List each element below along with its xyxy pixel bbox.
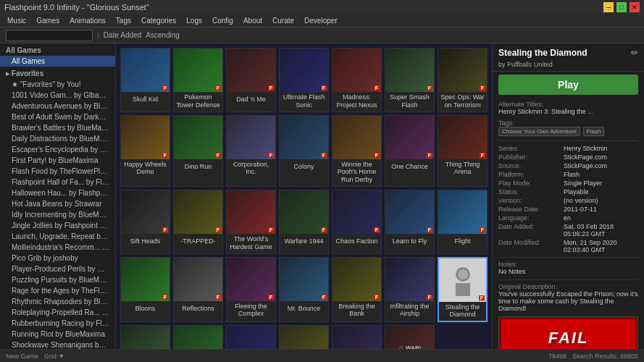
minimize-button[interactable]: ─ (603, 2, 614, 12)
sidebar-item-21[interactable]: Roleplaying-Propelled Ra... by BlueMa... (0, 307, 115, 318)
game-card-10[interactable]: FColony (279, 115, 329, 187)
flash-badge-4: F (374, 85, 380, 90)
sidebar-item-9[interactable]: Flashpoint Hall of Fa... by Flashpoint S… (0, 177, 115, 188)
sidebar-item-3[interactable]: Best of Adult Swim by DarkMoe (0, 111, 115, 122)
game-card-19[interactable]: FLearn to Fly (385, 190, 435, 254)
sidebar-item-0[interactable]: ★ "Favorites" by You! (0, 79, 115, 90)
sidebar-item-2[interactable]: Adventurous Avenues by BlueMaxima (0, 101, 115, 111)
game-thumb-text-9 (250, 136, 253, 139)
game-card-11[interactable]: FWinnie the Pooh's Home Run Derby (332, 115, 382, 187)
maximize-button[interactable]: □ (616, 2, 627, 12)
game-card-30[interactable]: FHeli Attack 3 (226, 325, 276, 349)
game-card-33[interactable]: ☺ WAR!FSmiley War! (385, 325, 435, 349)
tag-flash[interactable]: Flash (583, 127, 605, 136)
sidebar-item-22[interactable]: Rubberburning Racing by Flashpoint Staff (0, 318, 115, 329)
sidebar-item-24[interactable]: Shockwave Shenanigans by BlueMaxima (0, 340, 115, 349)
alternate-titles-label: Alternate Titles: (498, 101, 638, 108)
game-card-31[interactable]: FWord $ (279, 325, 329, 349)
sidebar-item-13[interactable]: Jingle Jollies by Flashpoint Community (0, 220, 115, 231)
flash-badge-19: F (427, 227, 432, 232)
game-card-27[interactable]: FStealing the Diamond (438, 257, 488, 323)
title-bar: Flashpoint 9.0 Infinity - "Glorious Suns… (0, 0, 644, 14)
game-card-16[interactable]: FThe World's Hardest Game (226, 190, 276, 254)
game-card-21[interactable]: FBloons (120, 257, 170, 323)
menu-item-logs[interactable]: Logs (182, 16, 206, 25)
detail-table: Series: Henry Stickmin Publisher: StickP… (498, 144, 638, 254)
tag-choose[interactable]: Choose Your Own Adventure (498, 127, 580, 136)
game-card-26[interactable]: FInfiltrating the Airship (385, 257, 435, 323)
sidebar-item-6[interactable]: Escaper's Encyclopedia by BlueMaxima (0, 144, 115, 155)
sidebar-item-14[interactable]: Launch, Upgrade, Repeat by nosamu (0, 231, 115, 242)
game-card-0[interactable]: FSkull Kid (120, 48, 170, 112)
sidebar-item-18[interactable]: Puzzling Pursuits by BlueMaxima (0, 274, 115, 285)
game-card-29[interactable]: FBush Shoot-Out (173, 325, 223, 349)
play-button[interactable]: Play (498, 75, 638, 95)
sidebar-item-12[interactable]: Idly Incrementing by BlueMaxima (0, 209, 115, 220)
menu-item-about[interactable]: About (239, 16, 267, 25)
game-card-5[interactable]: FSuper Smash Flash (385, 48, 435, 112)
game-card-20[interactable]: FFlight (438, 190, 488, 254)
game-card-2[interactable]: FDad 'n Me (226, 48, 276, 112)
game-card-7[interactable]: FHappy Wheels Demo (120, 115, 170, 187)
game-card-22[interactable]: FReflections (173, 257, 223, 323)
game-card-28[interactable]: FMud and Blood 2 (120, 325, 170, 349)
sidebar-all-games[interactable]: All Games (0, 56, 115, 67)
sidebar-item-4[interactable]: Brawler's Battles by BlueMaxima (0, 122, 115, 133)
sidebar-item-17[interactable]: Player-Produced Perils by BlueMaxima (0, 264, 115, 274)
game-card-18[interactable]: FChaos Faction (332, 190, 382, 254)
sidebar-item-5[interactable]: Daily Distractions by BlueMaxima (0, 133, 115, 144)
ascending-label[interactable]: Ascending (146, 31, 180, 39)
series-value: Henry Stickmin (564, 144, 638, 153)
menu-item-games[interactable]: Games (32, 16, 64, 25)
sidebar-item-8[interactable]: Flash Food by TheFlowerPlayer (0, 166, 115, 177)
game-thumb-19: F (385, 190, 434, 234)
game-card-14[interactable]: FSift Heads (120, 190, 170, 254)
version-row: Version: (no version) (498, 196, 638, 205)
sidebar-item-19[interactable]: Rage for the Ages by TheFlowerPlayer (0, 285, 115, 296)
game-card-9[interactable]: FCorporation, Inc. (226, 115, 276, 187)
sidebar-item-7[interactable]: First Party! by BlueMaxima (0, 155, 115, 166)
sidebar-item-10[interactable]: Halloween Hau... by Flashpoint Commu... (0, 188, 115, 198)
game-card-1[interactable]: FPokemon Tower Defense (173, 48, 223, 112)
search-input[interactable] (6, 30, 93, 41)
game-card-15[interactable]: F-TRAPPED- (173, 190, 223, 254)
menu-item-animations[interactable]: Animations (65, 16, 109, 25)
sidebar-item-23[interactable]: Running Riot by BlueMaxima (0, 329, 115, 340)
sidebar-item-1[interactable]: 1001 Video Gam... by Glbas Wearing Bro..… (0, 90, 115, 101)
game-card-4[interactable]: FMadness: Project Nexus (332, 48, 382, 112)
game-card-6[interactable]: FSpec Ops: War on Terrorism (438, 48, 488, 112)
game-card-12[interactable]: FOne Chance (385, 115, 435, 187)
close-button[interactable]: ✕ (630, 2, 640, 12)
game-card-32[interactable]: FDivine Intervention (332, 325, 382, 349)
game-card-23[interactable]: FFleeing the Complex (226, 257, 276, 323)
game-title-19: Learn to Fly (391, 234, 429, 250)
platform-label: Platform: (498, 170, 564, 179)
menu-item-categories[interactable]: Categories (137, 16, 180, 25)
date-added-label[interactable]: Date Added (104, 31, 141, 39)
sidebar-item-11[interactable]: Hot Java Beans by Strawrar (0, 198, 115, 209)
game-title-22: Reflections (180, 301, 216, 317)
game-card-24[interactable]: FMr. Bounce (279, 257, 329, 323)
game-card-8[interactable]: FDino Run (173, 115, 223, 187)
flash-badge-21: F (162, 295, 168, 300)
sidebar-item-16[interactable]: Pico Grib by joshoby (0, 253, 115, 264)
menu-item-curate[interactable]: Curate (268, 16, 298, 25)
description-header: Original Description: (498, 283, 638, 290)
game-card-3[interactable]: FUltimate Flash Sonic (279, 48, 329, 112)
edit-button[interactable]: ✏ (631, 48, 638, 58)
svg-point-2 (458, 269, 468, 279)
sidebar-item-20[interactable]: Rhythmic Rhapsodies by BlueMaxima (0, 296, 115, 307)
menu-item-tags[interactable]: Tags (112, 16, 135, 25)
alternate-titles-value: Henry Stickmin 3: Stealing the ... (498, 108, 638, 115)
game-card-25[interactable]: FBreaking the Bank (332, 257, 382, 323)
menu-item-config[interactable]: Config (208, 16, 238, 25)
menu-item-music[interactable]: Music (3, 16, 30, 25)
game-thumb-text-13 (461, 136, 464, 139)
menu-item-developer[interactable]: Developer (300, 16, 342, 25)
sidebar-item-15[interactable]: Mollieindustria's Recomm... by Mollind..… (0, 242, 115, 253)
game-thumb-28: F (121, 326, 170, 349)
game-card-13[interactable]: FThing Thing Arena (438, 115, 488, 187)
game-card-17[interactable]: FWarfare 1944 (279, 190, 329, 254)
new-game-button[interactable]: New Game (6, 353, 38, 360)
grid-button[interactable]: Grid ▼ (44, 353, 64, 360)
